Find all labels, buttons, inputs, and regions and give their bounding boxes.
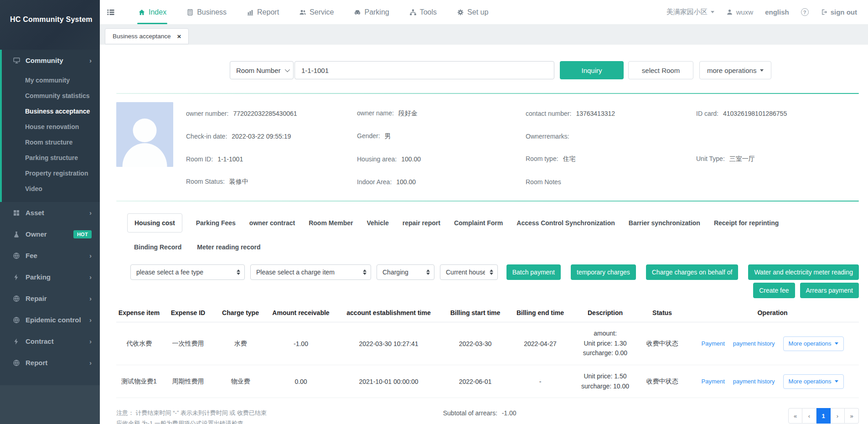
separator-line (116, 201, 859, 202)
sidebar-item-property-registration[interactable]: Property registration (0, 165, 100, 181)
topnav-item-index[interactable]: Index (137, 0, 167, 24)
table-row: 测试物业费1 周期性费用 物业费 0.00 2021-10-01 00:00:0… (116, 365, 859, 398)
community-selector[interactable]: 美满家园小区 (666, 8, 714, 16)
col-billing-start-time: Billing start time (442, 305, 508, 322)
caret-down-icon (760, 69, 764, 72)
globe-icon (13, 359, 20, 367)
help-icon[interactable]: ? (801, 8, 809, 16)
cell-amount: 0.00 (267, 365, 335, 398)
sidebar-group-epidemic-control[interactable]: Epidemic control › (0, 309, 100, 331)
sidebar-group-contract[interactable]: Contract › (0, 331, 100, 352)
sign-out-button[interactable]: sign out (821, 8, 857, 16)
more-operations-dropdown[interactable]: more operations (699, 61, 771, 79)
select-room-button[interactable]: select Room (628, 61, 693, 79)
search-field-select[interactable]: Room Number (230, 61, 294, 79)
tab-barrier-synchronization[interactable]: Barrier synchronization (629, 219, 700, 227)
payment-link[interactable]: Payment (701, 340, 724, 347)
tab-housing-cost[interactable]: Housing cost (127, 213, 182, 233)
tab-receipt-for-reprinting[interactable]: Receipt for reprinting (714, 219, 779, 227)
table-header-row: Expense item Expense ID Charge type Amou… (116, 305, 859, 322)
pagination-last[interactable]: » (845, 408, 859, 424)
tab-complaint-form[interactable]: Complaint Form (454, 219, 503, 227)
temporary-charges-button[interactable]: temporary charges (571, 264, 636, 280)
globe-icon (13, 295, 20, 302)
language-switch[interactable]: english (765, 8, 789, 16)
topnav-item-set-up[interactable]: Set up (456, 0, 489, 24)
sidebar-item-parking-structure[interactable]: Parking structure (0, 150, 100, 165)
sidebar-group-repair[interactable]: Repair › (0, 288, 100, 309)
close-icon[interactable]: × (177, 33, 181, 40)
topnav-item-report[interactable]: Report (246, 0, 280, 24)
tab-business-acceptance[interactable]: Business acceptance × (105, 28, 189, 44)
tab-binding-record[interactable]: Binding Record (134, 243, 181, 251)
topnav-item-service[interactable]: Service (298, 0, 335, 24)
pagination-next[interactable]: › (831, 408, 845, 424)
fee-type-select[interactable]: please select a fee type (130, 264, 245, 280)
tab-access-control-synchronization[interactable]: Access Control Synchronization (517, 219, 615, 227)
tab-meter-reading-record[interactable]: Meter reading record (197, 243, 260, 251)
sidebar-nav: Community › My community Community stati… (0, 50, 100, 373)
sidebar-group-fee[interactable]: Fee › (0, 245, 100, 266)
payment-link[interactable]: Payment (701, 378, 724, 385)
cell-description: amount: Unit price: 1.30 surcharge: 0.00 (572, 322, 638, 365)
flask-icon (13, 231, 20, 238)
sidebar: HC Community System Community › My commu… (0, 0, 100, 424)
sidebar-group-report[interactable]: Report › (0, 352, 100, 373)
pagination-page-1[interactable]: 1 (816, 408, 831, 424)
bolt-icon (13, 274, 20, 281)
topnav-item-tools[interactable]: Tools (408, 0, 438, 24)
charge-on-behalf-button[interactable]: Charge charges on behalf of (646, 264, 739, 280)
sidebar-item-business-acceptance[interactable]: Business acceptance (0, 103, 100, 119)
payment-history-link[interactable]: payment history (733, 378, 775, 385)
inquiry-button[interactable]: Inquiry (560, 61, 624, 79)
sidebar-item-my-community[interactable]: My community (0, 72, 100, 88)
cell-expense-id: 一次性费用 (162, 322, 214, 365)
room-search-input[interactable] (294, 61, 554, 79)
globe-icon (13, 252, 20, 259)
tab-owner-contract[interactable]: owner contract (249, 219, 295, 227)
owner-field: Gender:男 (357, 132, 526, 140)
current-user[interactable]: wuxw (726, 8, 754, 16)
tab-parking-fees[interactable]: Parking Fees (196, 219, 236, 227)
row-more-operations-button[interactable]: More operations (783, 336, 844, 351)
sidebar-group-asset[interactable]: Asset › (0, 202, 100, 223)
chevron-right-icon: › (89, 273, 92, 281)
community-selector-label: 美满家园小区 (666, 8, 708, 16)
menu-list-icon[interactable] (106, 8, 115, 16)
topnav-item-business[interactable]: Business (186, 0, 227, 24)
row-more-operations-button[interactable]: More operations (783, 374, 844, 389)
pagination-first[interactable]: « (788, 408, 802, 424)
sidebar-group-label: Community (26, 57, 63, 64)
caret-down-icon (835, 380, 838, 383)
arrears-payment-button[interactable]: Arrears payment (800, 283, 859, 298)
select-arrows-icon (363, 269, 367, 275)
app-window: HC Community System Community › My commu… (0, 0, 868, 424)
tab-vehicle[interactable]: Vehicle (367, 219, 388, 227)
charge-item-select[interactable]: Please select a charge item (250, 264, 371, 280)
sidebar-group-parking[interactable]: Parking › (0, 266, 100, 288)
tab-repair-report[interactable]: repair report (403, 219, 440, 227)
col-billing-end-time: Billing end time (508, 305, 572, 322)
water-electricity-meter-button[interactable]: Water and electricity meter reading (748, 264, 859, 280)
chevron-down-icon (285, 67, 290, 72)
batch-payment-button[interactable]: Batch payment (506, 264, 561, 280)
sidebar-group-community[interactable]: Community › (0, 50, 100, 71)
pagination-prev[interactable]: ‹ (802, 408, 816, 424)
hot-badge: HOT (73, 230, 92, 238)
sidebar-group-owner[interactable]: Owner HOT (0, 223, 100, 245)
sidebar-item-room-structure[interactable]: Room structure (0, 134, 100, 150)
payment-history-link[interactable]: payment history (733, 340, 775, 347)
current-house-select[interactable]: Current house (440, 264, 498, 280)
sidebar-item-community-statistics[interactable]: Community statistics (0, 88, 100, 103)
sidebar-item-house-renovation[interactable]: House renovation (0, 119, 100, 134)
charging-select[interactable]: Charging (377, 264, 434, 280)
sidebar-group-label: Asset (26, 209, 44, 217)
col-operation: Operation (686, 305, 859, 322)
create-fee-button[interactable]: Create fee (753, 283, 795, 298)
fee-action-buttons: Batch payment temporary charges Charge c… (506, 264, 859, 280)
tab-room-member[interactable]: Room Member (309, 219, 353, 227)
topnav-item-parking[interactable]: Parking (353, 0, 390, 24)
owner-field: contact number:13763413312 (526, 110, 696, 117)
sidebar-item-video[interactable]: Video (0, 181, 100, 196)
col-account-establishment-time: account establishment time (335, 305, 442, 322)
